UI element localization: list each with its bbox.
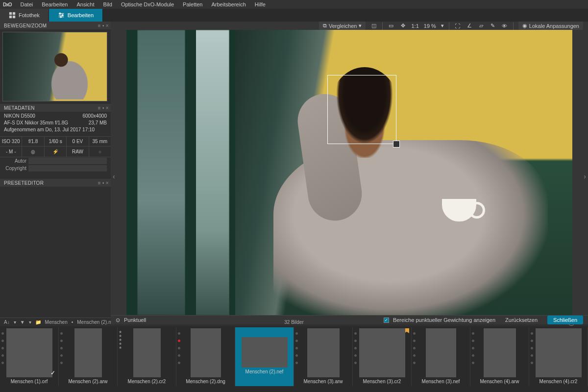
panel-movezoom-header[interactable]: BEWEGEN/ZOOM ≡ • × (0, 22, 111, 29)
navigator-preview[interactable] (0, 29, 111, 104)
menu-palettes[interactable]: Paletten (183, 1, 202, 7)
svg-rect-3 (13, 16, 15, 18)
panel-metadata-header[interactable]: METADATEN ≡ • × (0, 104, 111, 112)
filter-icon[interactable]: ▼ (20, 319, 25, 325)
thumb-image[interactable] (536, 328, 582, 377)
menu-view[interactable]: Ansicht (76, 1, 94, 7)
split-view-icon[interactable]: ◫ (370, 23, 377, 29)
photo[interactable] (126, 30, 572, 315)
thumb-image[interactable] (359, 328, 405, 377)
move-icon[interactable]: ✥ (399, 23, 406, 29)
thumb-image[interactable] (6, 328, 52, 377)
zoom-percent[interactable]: 19 % (424, 23, 436, 29)
thumb-label: Menschen (3).nef (422, 377, 460, 384)
thumb-selected[interactable]: Menschen (2).nef (235, 327, 294, 386)
panel-controls[interactable]: ≡ • × (98, 180, 109, 186)
thumb-image[interactable] (74, 328, 102, 377)
app-logo: DxO (3, 2, 12, 7)
viewer-toolbar: ⧉ Vergleichen ▾ ◫ ▭ ✥ 1:1 19 % ▾ ⛶ ∠ ▱ ✎… (111, 22, 588, 30)
meta-icon-row: - M - ◎ ⚡̸ RAW ⎈ (0, 147, 111, 157)
local-adjustments-button[interactable]: ◉ Lokale Anpassungen (518, 22, 583, 30)
panel-preset-header[interactable]: PRESETEDITOR ≡ • × (0, 179, 111, 187)
thumb[interactable]: Menschen (3).nef (412, 327, 470, 386)
grid-icon (9, 12, 16, 19)
horizon-icon[interactable]: ∠ (466, 23, 473, 29)
flag-icon (404, 328, 409, 333)
chip-raw: RAW (67, 147, 89, 157)
filmstrip[interactable]: ✓ Menschen (1).orf Menschen (2).arw ★★★★… (0, 326, 588, 387)
chevron-down-icon: ▾ (359, 23, 362, 29)
check-icon: ✓ (50, 369, 55, 376)
main-view: ⧉ Vergleichen ▾ ◫ ▭ ✥ 1:1 19 % ▾ ⛶ ∠ ▱ ✎… (111, 22, 588, 318)
collapse-left-icon[interactable]: ‹ (113, 172, 115, 180)
image-count: 32 Bilder (284, 319, 303, 325)
menu-edit[interactable]: Bearbeiten (42, 1, 68, 7)
local-adjustments-label: Lokale Anpassungen (529, 23, 579, 29)
thumb[interactable]: Menschen (2).dng (176, 327, 235, 386)
repair-icon[interactable]: ✎ (490, 23, 496, 29)
thumb-label: Menschen (3).arw (303, 377, 343, 384)
meter-icon: ◎ (22, 147, 44, 157)
navigator-image[interactable] (2, 32, 107, 101)
tab-edit[interactable]: Bearbeiten (49, 9, 103, 22)
menu-help[interactable]: Hilfe (255, 1, 266, 7)
face-detection-box[interactable] (327, 75, 396, 144)
image-canvas[interactable]: ‹ › (120, 30, 579, 315)
thumb-image[interactable] (307, 328, 340, 377)
controlpoint-icon[interactable]: ⊙ (116, 317, 120, 323)
compare-label: Vergleichen (329, 23, 357, 29)
thumb-image[interactable] (191, 328, 221, 377)
svg-rect-0 (9, 12, 12, 15)
author-row: Autor (0, 157, 111, 165)
chip-mode: - M - (0, 147, 22, 157)
thumb-label: Menschen (2).arw (68, 377, 107, 384)
thumb[interactable]: Menschen (2).arw (59, 327, 118, 386)
panel-controls[interactable]: ≡ • × (98, 105, 109, 111)
preview-icon[interactable]: 👁 (501, 23, 508, 29)
tab-library[interactable]: Fotothek (0, 9, 49, 22)
breadcrumb-file[interactable]: Menschen (2).nef (77, 319, 115, 325)
author-input[interactable] (28, 158, 107, 164)
thumb-image[interactable] (426, 328, 456, 377)
target-icon: ◉ (522, 23, 527, 29)
chip-shutter: 1/60 s (45, 137, 67, 146)
thumb-image[interactable] (133, 328, 161, 377)
show-weight-checkbox[interactable]: ✓ (384, 318, 389, 323)
thumb-label: Menschen (2).nef (245, 368, 284, 374)
perspective-icon[interactable]: ▱ (478, 23, 485, 29)
svg-point-9 (60, 16, 62, 18)
breadcrumb-folder[interactable]: Menschen (45, 319, 68, 325)
tab-library-label: Fotothek (19, 12, 40, 18)
fit-icon[interactable]: ▭ (388, 23, 394, 29)
thumb-image[interactable] (242, 337, 288, 368)
compare-button[interactable]: ⧉ Vergleichen ▾ (319, 22, 366, 30)
svg-point-7 (59, 13, 61, 14)
collapse-right-icon[interactable]: › (584, 172, 586, 180)
menu-file[interactable]: Datei (21, 1, 33, 7)
menu-image[interactable]: Bild (103, 1, 112, 7)
thumb[interactable]: ★★★★★ Menschen (2).cr2 (118, 327, 176, 386)
thumb[interactable]: Menschen (3).arw (294, 327, 353, 386)
sort-icon[interactable]: A↓ (4, 319, 10, 325)
crop-icon[interactable]: ⛶ (454, 23, 461, 29)
thumb[interactable]: ✓ Menschen (1).orf (0, 327, 59, 386)
thumb[interactable]: Menschen (4).arw (470, 327, 529, 386)
chevron-down-icon[interactable]: ▾ (14, 319, 16, 325)
meta-filesize: 23,7 MB (89, 120, 107, 126)
svg-point-8 (62, 15, 63, 16)
close-button[interactable]: Schließen (547, 316, 583, 324)
panel-controls[interactable]: ≡ • × (98, 23, 109, 28)
resize-handle-icon[interactable] (393, 141, 400, 147)
menu-dxo-modules[interactable]: Optische DxO-Module (121, 1, 174, 7)
zoom-ratio[interactable]: 1:1 (411, 23, 418, 29)
thumb-image[interactable] (484, 328, 516, 377)
chevron-down-icon[interactable]: ▾ (441, 23, 444, 29)
menu-workspace[interactable]: Arbeitsbereich (211, 1, 245, 7)
copyright-input[interactable] (28, 165, 107, 172)
svg-rect-2 (9, 16, 12, 18)
reset-button[interactable]: Zurücksetzen (499, 316, 543, 324)
thumb-label: Menschen (3).cr2 (363, 377, 401, 384)
thumb[interactable]: Menschen (4).cr2 (529, 327, 588, 386)
thumb[interactable]: Menschen (3).cr2 (353, 327, 412, 386)
chevron-down-icon[interactable]: ▾ (29, 319, 31, 325)
